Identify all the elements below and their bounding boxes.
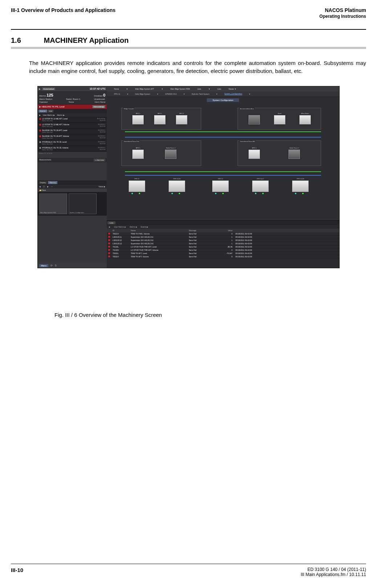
menu-button[interactable]: Menu [39, 264, 48, 267]
table-row[interactable]: LSI013C13Supervision SIO A0120,Ch3Sens F… [107, 242, 339, 245]
mimic-node[interactable]: FPD 14-17 [252, 180, 269, 192]
section-number: 1.6 [11, 36, 42, 45]
tab-alarms[interactable]: Alarms [38, 110, 47, 113]
mimic-node[interactable]: FPD 12 [212, 180, 229, 192]
wire [125, 171, 321, 172]
alarm-text: LO STOR TK 13 ME AFT, LevelNotice Sens F… [42, 118, 96, 122]
node-label: MFD 5 [133, 147, 143, 149]
lower-filter-item[interactable]: Alarms ▶ [130, 226, 137, 228]
sub-tab[interactable]: Hydrofor Tank System [191, 93, 209, 95]
table-row[interactable]: 74133VLO STOR TK25 THR AFT, VolumeSens F… [107, 249, 339, 252]
cell-value: 1 [214, 239, 235, 241]
mimic-node[interactable]: Swbd. Room 1 [165, 150, 177, 159]
page-header: III-1 Overview of Products and Applicati… [11, 7, 366, 19]
mimic-node[interactable] [248, 115, 260, 124]
cell-message: Sens Fail [189, 233, 214, 235]
tab-list[interactable]: List [48, 110, 54, 113]
table-row[interactable]: 70031VTRIM TK AFT, VolumeSens Fail005/18… [107, 255, 339, 258]
top-tab[interactable]: ▼ [126, 88, 128, 90]
filter-user-alarms[interactable]: User Alarms ▶ [43, 114, 55, 116]
mimic-node[interactable]: FPD 13-16 [169, 180, 185, 192]
alarm-timestamp: Acknowledg.06:42:04 [97, 118, 105, 122]
top-tab[interactable]: Main Bilge System AFT [135, 88, 154, 90]
led-icon [302, 193, 304, 194]
sub-tab[interactable]: GPMS00 DG1 [165, 93, 177, 95]
filter-alarms[interactable]: Alarms ▶ [57, 114, 65, 116]
active-alarm-banner[interactable]: ▶ HEELING TK PS, Level Acknowledge [38, 105, 107, 109]
alarm-text: LO STOR TK 13 ME AFT, VolumeNotice Sens … [42, 123, 97, 127]
alarm-item[interactable]: LO STOR TK 13 ME AFT, VolumeNotice Sens … [38, 123, 107, 128]
alarm-item[interactable]: SLUDGE OIL TK 26 AFT, LevelNotice Sens F… [38, 128, 107, 134]
mimic-node[interactable]: MFD 2 [154, 115, 166, 124]
top-tab[interactable]: Lists [218, 88, 221, 90]
table-row[interactable]: 70031LTRIM TK AFT, LevelSens Fail-70.647… [107, 252, 339, 255]
table-row[interactable]: 74133LLO STOR TK25 THR AFT, LevelSens Fa… [107, 245, 339, 249]
table-row[interactable]: 70021VTRIM TK FWD, VolumeSens Fail005/18… [107, 232, 339, 236]
page-footer: III-10 ED 3100 G 140 / 04 (2011-11) III … [11, 564, 366, 577]
lower-tab-lists[interactable]: Lists [108, 221, 115, 224]
mimic-node[interactable]: Mess Room [299, 115, 311, 124]
lower-filter-item[interactable]: User Alarms ▶ [114, 226, 126, 228]
led-icon [179, 193, 180, 194]
wire [125, 131, 321, 132]
sub-tab[interactable]: ▼ [183, 93, 185, 95]
thumbnail-label: Main Bilge System FWD [40, 212, 56, 213]
sub-tab[interactable]: FPD 11 [114, 93, 120, 95]
mimic-node[interactable]: MFD 3 [176, 115, 187, 124]
favorites-bar: 📁 Favs [38, 188, 107, 192]
table-row[interactable]: LSI013C11Supervision SIO A0120,Ch1Sens F… [107, 236, 339, 239]
mimic-node[interactable]: Swbd. Room 2 [288, 150, 300, 159]
refresh-icon[interactable]: ⟳ [50, 264, 53, 267]
mimic-node[interactable]: MFD 1 [132, 115, 144, 124]
operator-label: Operator [39, 101, 48, 103]
top-tab[interactable]: Home [114, 88, 119, 90]
top-tab[interactable]: Main Bilge System FWD [170, 88, 190, 90]
alarm-timestamp: 05/18/201106:42:03 [98, 135, 105, 139]
sub-tab[interactable]: ▼ [157, 93, 159, 95]
mimic-node[interactable]: Hotel [274, 115, 285, 124]
sub-tab[interactable]: ▼ [127, 93, 129, 95]
cell-timestamp: 05/18/2011 06:42:09 [235, 242, 338, 245]
thumbnail[interactable]: Main Bilge System FWD [39, 193, 67, 214]
alarm-item[interactable]: SLUDGE OIL TK 26 AFT, VolumeNotice Sens … [38, 134, 107, 140]
sub-tab[interactable]: ▼ [249, 93, 251, 95]
favorites-label[interactable]: Favs [42, 189, 46, 191]
top-tab[interactable]: Lists [197, 88, 201, 90]
s-icon[interactable]: S [55, 264, 57, 267]
thumbnail-label: System_Configuration [70, 212, 84, 213]
sub-tab[interactable]: ▼ [216, 93, 218, 95]
alarm-dot-icon [39, 124, 41, 126]
utc-clock: 13:37:42 UTC [90, 87, 106, 90]
sub-tab[interactable]: System_Configuration [224, 93, 242, 95]
acknowledge-button[interactable]: Acknowledge [92, 105, 105, 108]
lower-table-rows: 70021VTRIM TK FWD, VolumeSens Fail005/18… [107, 232, 339, 268]
alarm-item[interactable]: HYDRAULIC OIL TK 30, LevelNotice Sens Fa… [38, 140, 107, 146]
footer-docid: ED 3100 G 140 / 04 (2011-11) [301, 567, 366, 572]
table-row[interactable]: LSI013C12Supervision SIO A0120,Ch2Sens F… [107, 239, 339, 242]
alarm-item[interactable]: LO STOR TK 13 ME AFT, LevelNotice Sens F… [38, 117, 107, 123]
filter-play-icon[interactable]: ▶ [39, 114, 41, 116]
mimic-node[interactable]: FPD 11 [129, 180, 145, 192]
cell-id: 70021V [113, 233, 131, 235]
mimic-node[interactable]: FPD 15-18 [292, 180, 309, 192]
top-tab[interactable]: ▼ [161, 88, 163, 90]
top-tab[interactable]: Viewer ▼ [228, 88, 236, 90]
lower-filter-item[interactable]: Events ▶ [141, 226, 149, 228]
mimic-node[interactable]: MFD 4 [248, 150, 260, 159]
node-label: FPD 14-17 [252, 178, 268, 180]
top-tab[interactable]: ▼ [208, 88, 210, 90]
thumbnail[interactable]: System_Configuration [69, 193, 97, 214]
sub-tab[interactable]: Daily Bilge System [135, 93, 150, 95]
node-label: MFD 4 [249, 147, 260, 149]
views-dropdown[interactable]: Views ▶ [98, 185, 105, 188]
alarm-dot-icon [108, 239, 110, 241]
tab-memory[interactable]: Memory [48, 181, 57, 184]
measurements-header: Measurements + Add Line [38, 158, 107, 162]
alarm-item[interactable]: HYDRAULIC OIL TK 30, VolumeNotice Sens F… [38, 146, 107, 152]
tab-display[interactable]: Display [38, 181, 47, 184]
automation-badge[interactable]: Automation [42, 87, 55, 90]
mimic-node[interactable]: MFD 5 [132, 150, 144, 159]
lower-filter-item[interactable]: ▶ [109, 226, 110, 228]
horn-value: None [100, 101, 105, 103]
add-line-button[interactable]: + Add Line [94, 159, 105, 162]
